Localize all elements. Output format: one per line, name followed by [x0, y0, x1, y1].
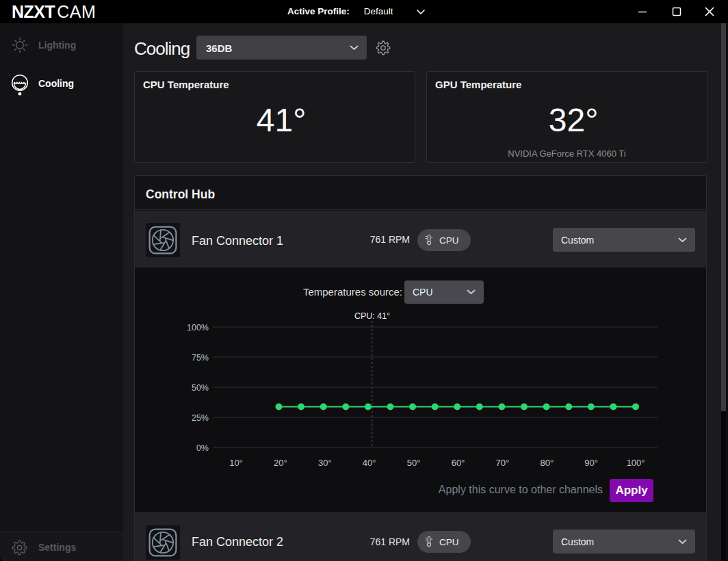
svg-text:30°: 30°	[318, 458, 332, 468]
svg-text:20°: 20°	[274, 458, 287, 468]
svg-text:100%: 100%	[187, 323, 209, 332]
svg-text:CPU: 41°: CPU: 41°	[354, 311, 390, 321]
svg-text:60°: 60°	[452, 458, 465, 468]
svg-text:70°: 70°	[496, 458, 510, 468]
svg-text:25%: 25%	[192, 413, 209, 423]
svg-text:90°: 90°	[584, 458, 598, 468]
svg-text:75%: 75%	[192, 353, 209, 363]
svg-text:50%: 50%	[192, 383, 209, 393]
svg-text:100°: 100°	[627, 458, 645, 468]
svg-text:80°: 80°	[540, 458, 554, 468]
svg-text:0%: 0%	[196, 443, 209, 453]
svg-text:10°: 10°	[229, 458, 243, 468]
svg-text:40°: 40°	[363, 458, 376, 468]
svg-text:50°: 50°	[407, 458, 421, 468]
